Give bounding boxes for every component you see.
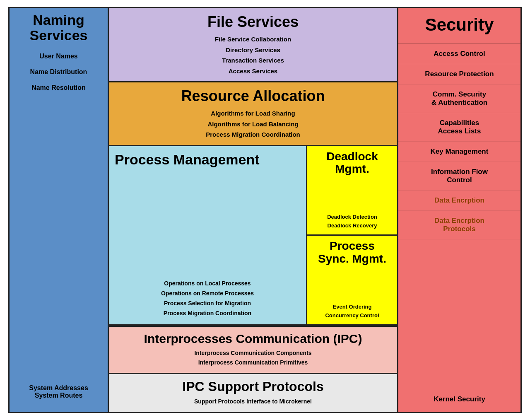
security-title: Security — [398, 8, 520, 44]
process-top: Process Management Operations on Local P… — [109, 146, 397, 326]
ipc-item-2: Interprocess Communication Primitives — [116, 358, 390, 368]
user-names-item: User Names — [14, 48, 103, 64]
ipc-support-title: IPC Support Protocols — [116, 379, 390, 394]
security-data-encryption-protocols: Data Encrption Protocols — [398, 211, 520, 239]
name-distribution-item: Name Distribution — [14, 64, 103, 80]
process-sync-item-2: Concurrency Control — [311, 311, 394, 320]
security-data-encryption: Data Encrption — [398, 191, 520, 211]
security-resource-protection: Resource Protection — [398, 64, 520, 84]
ipc-support-subitems: Support Protocols Interface to Microkern… — [116, 397, 390, 407]
security-comm-security: Comm. Security & Authentication — [398, 84, 520, 113]
resource-alloc-subitems: Algorithms for Load Sharing Algorithms f… — [116, 108, 390, 140]
process-area: Process Management Operations on Local P… — [109, 146, 397, 327]
security-kernel-security: Kernel Security — [398, 389, 520, 412]
security-key-management: Key Management — [398, 142, 520, 162]
security-capabilities: Capabilities Access Lists — [398, 113, 520, 142]
resource-allocation-block: Resource Allocation Algorithms for Load … — [109, 82, 397, 146]
process-sync-subitems: Event Ordering Concurrency Control — [311, 303, 394, 320]
ipc-item-1: Interprocess Communication Components — [116, 348, 390, 358]
diagram: Naming Services User Names Name Distribu… — [8, 7, 522, 413]
security-info-flow: Information Flow Control — [398, 162, 520, 191]
ipc-title: Interprocesses Communication (IPC) — [116, 332, 390, 346]
process-mgmt-title: Process Management — [115, 152, 300, 167]
deadlock-mgmt-title: Deadlock Mgmt. — [311, 150, 394, 176]
ipc-support-block: IPC Support Protocols Support Protocols … — [109, 374, 397, 412]
file-service-item-4: Access Services — [116, 66, 390, 77]
file-service-item-2: Directory Services — [116, 45, 390, 56]
security-column: Security Access Control Resource Protect… — [398, 8, 520, 412]
name-resolution-item: Name Resolution — [14, 80, 103, 96]
process-sync-title: Process Sync. Mgmt. — [311, 240, 394, 266]
deadlock-item-2: Deadlock Recovery — [311, 222, 394, 230]
process-sync-item-1: Event Ordering — [311, 303, 394, 311]
system-addresses-item: System Addresses System Routes — [14, 380, 103, 408]
process-mgmt-item-1: Operations on Local Processes — [115, 279, 300, 289]
file-service-item-1: File Service Collaboration — [116, 34, 390, 45]
process-sync-block: Process Sync. Mgmt. Event Ordering Concu… — [307, 236, 397, 324]
process-mgmt-subitems: Operations on Local Processes Operations… — [115, 279, 300, 318]
file-service-item-3: Transaction Services — [116, 55, 390, 66]
middle-column: File Services File Service Collaboration… — [109, 8, 398, 412]
resource-alloc-item-3: Process Migration Coordination — [116, 129, 390, 140]
process-mgmt-block: Process Management Operations on Local P… — [109, 146, 306, 324]
file-services-block: File Services File Service Collaboration… — [109, 8, 397, 82]
file-services-title: File Services — [116, 13, 390, 31]
deadlock-mgmt-block: Deadlock Mgmt. Deadlock Detection Deadlo… — [307, 146, 397, 236]
process-mgmt-item-2: Operations on Remote Processes — [115, 289, 300, 299]
security-access-control: Access Control — [398, 44, 520, 64]
resource-alloc-title: Resource Allocation — [116, 87, 390, 105]
deadlock-item-1: Deadlock Detection — [311, 213, 394, 222]
process-mgmt-item-4: Process Migration Coordination — [115, 309, 300, 319]
resource-alloc-item-1: Algorithms for Load Sharing — [116, 108, 390, 119]
ipc-support-item-1: Support Protocols Interface to Microkern… — [116, 397, 390, 407]
process-mgmt-item-3: Process Selection for Migration — [115, 299, 300, 309]
ipc-subitems: Interprocess Communication Components In… — [116, 348, 390, 368]
resource-alloc-item-2: Algorithms for Load Balancing — [116, 119, 390, 130]
left-column: Naming Services User Names Name Distribu… — [10, 8, 109, 412]
ipc-block: Interprocesses Communication (IPC) Inter… — [109, 327, 397, 374]
right-sub: Deadlock Mgmt. Deadlock Detection Deadlo… — [306, 146, 397, 324]
file-services-subitems: File Service Collaboration Directory Ser… — [116, 34, 390, 76]
naming-services-title: Naming Services — [14, 12, 103, 43]
deadlock-mgmt-subitems: Deadlock Detection Deadlock Recovery — [311, 213, 394, 230]
